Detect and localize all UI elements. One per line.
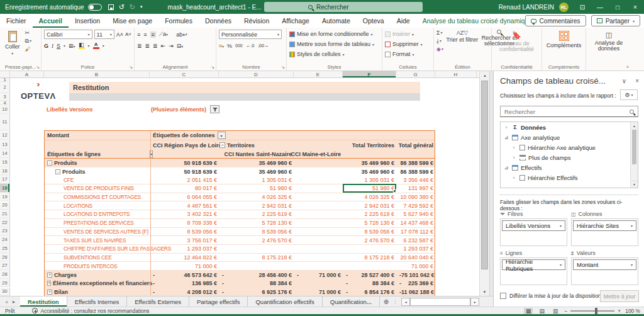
pivot-cell-c[interactable]: -46 573 642 € bbox=[150, 272, 219, 278]
expand-field-icon[interactable]: › bbox=[503, 125, 509, 130]
new-sheet-button[interactable]: ⊕ bbox=[380, 296, 392, 307]
pivot-cell-g[interactable]: 14 437 468 € bbox=[397, 220, 436, 226]
columns-zone[interactable]: Hiérarchie Sites▾ bbox=[571, 218, 638, 246]
row-header-23[interactable]: 23 bbox=[0, 227, 10, 236]
panel-close-icon[interactable]: × bbox=[635, 77, 639, 84]
pivot-cell-d[interactable]: -28 456 400 € bbox=[219, 272, 294, 278]
ribbon-tab-analyse-du-tableau-crois-dynamique[interactable]: Analyse du tableau croisé dynamique bbox=[416, 14, 539, 28]
pivot-cell-c[interactable]: 50 918 639 € bbox=[150, 160, 219, 166]
pivot-row[interactable]: -Produits50 918 639 €35 469 960 €35 469 … bbox=[45, 159, 435, 167]
ribbon-tab-accueil[interactable]: Accueil bbox=[33, 14, 69, 28]
update-button[interactable]: Mettre à jour bbox=[600, 290, 639, 302]
pivot-cell-e[interactable]: 71 000 € bbox=[294, 289, 343, 295]
sheet-tab-partage-effectifs[interactable]: Partage effectifs bbox=[189, 296, 248, 307]
clipboard-dialog-launcher-icon[interactable]: ↘ bbox=[36, 65, 40, 70]
pivot-cell-f[interactable]: 35 469 960 € bbox=[343, 169, 397, 175]
defer-layout-checkbox[interactable] bbox=[500, 293, 506, 299]
avatar[interactable]: RL bbox=[559, 3, 569, 12]
align-center-icon[interactable]: ≣ bbox=[145, 43, 150, 49]
pivot-cell-f[interactable]: -88 384 € bbox=[343, 280, 397, 286]
comments-button[interactable]: Commentaires bbox=[525, 15, 586, 26]
row-header-4[interactable]: 4 bbox=[0, 101, 10, 105]
pivot-cell-f[interactable]: 51 980 € bbox=[343, 185, 397, 191]
format-painter-icon[interactable]: 🖌 bbox=[25, 46, 31, 53]
clear-icon[interactable]: ◆▾ bbox=[436, 46, 443, 53]
field-list-scroll-thumb[interactable] bbox=[632, 130, 636, 164]
expand-icon[interactable]: + bbox=[47, 273, 52, 278]
row-header-25[interactable]: 25 bbox=[0, 244, 10, 253]
pivot-cell-c[interactable]: 1 293 037 € bbox=[150, 245, 219, 252]
ribbon-tab-donn-es[interactable]: Données bbox=[199, 14, 238, 28]
field-list-scroll-up-icon[interactable]: ▲ bbox=[631, 122, 638, 129]
ribbon-display-options-icon[interactable]: ⊡ bbox=[574, 0, 591, 14]
pivot-cell-d[interactable]: -6 925 176 € bbox=[219, 289, 294, 295]
collapse-territories-icon[interactable]: − bbox=[219, 142, 225, 148]
pivot-row[interactable]: +Éléments exceptionnels et financiers-13… bbox=[45, 279, 435, 288]
row-header-15[interactable]: 15 bbox=[0, 158, 10, 167]
row-header-21[interactable]: 21 bbox=[0, 210, 10, 218]
cut-icon[interactable]: ✂ bbox=[25, 30, 31, 37]
column-header-E[interactable]: E bbox=[294, 71, 343, 77]
grow-font-icon[interactable]: A˄ bbox=[116, 31, 123, 38]
font-size-combo[interactable]: 11▾ bbox=[94, 30, 114, 39]
row-header-28[interactable]: 28 bbox=[0, 270, 10, 279]
pivot-cell-c[interactable]: 3 756 017 € bbox=[150, 237, 219, 244]
column-header-D[interactable]: D bbox=[219, 71, 294, 77]
page-layout-view-icon[interactable]: ▤ bbox=[537, 308, 547, 314]
page-break-view-icon[interactable]: ▥ bbox=[551, 308, 560, 314]
pivot-cell-c[interactable]: -4 208 012 € bbox=[150, 289, 219, 295]
filters-zone[interactable]: Libellés Versions▾ bbox=[500, 218, 567, 246]
number-dialog-launcher-icon[interactable]: ↘ bbox=[281, 65, 285, 70]
pivot-cell-c[interactable]: 80 017 € bbox=[150, 185, 219, 191]
collapse-field-icon[interactable]: ⊿ bbox=[503, 135, 509, 140]
pivot-cell-f[interactable]: 1 305 031 € bbox=[343, 177, 397, 183]
pivot-row[interactable]: VENTES DE PRODUITS FINIS80 017 €51 980 €… bbox=[45, 184, 435, 193]
row-header-29[interactable]: 29 bbox=[0, 279, 10, 288]
autosave-toggle[interactable] bbox=[88, 4, 102, 11]
accounting-format-icon[interactable]: ¤▾ bbox=[219, 43, 224, 49]
shrink-font-icon[interactable]: A˅ bbox=[125, 31, 131, 37]
row-header-18[interactable]: 18 bbox=[0, 184, 10, 193]
pivot-cell-d[interactable]: 1 305 031 € bbox=[219, 177, 294, 183]
merge-center-icon[interactable]: ⊟▾ bbox=[177, 43, 184, 49]
addins-button[interactable]: Compléments bbox=[544, 30, 584, 63]
pivot-cell-f[interactable]: 35 469 960 € bbox=[343, 160, 397, 166]
underline-button[interactable]: S bbox=[57, 43, 60, 49]
sheet-tab-restitution[interactable]: Restitution bbox=[20, 296, 67, 307]
zoom-level[interactable]: 100 % bbox=[625, 308, 640, 314]
pivot-cell-d[interactable]: 51 980 € bbox=[219, 185, 294, 191]
pivot-row[interactable]: +Bilan-4 208 012 €-6 925 176 €71 000 €-6… bbox=[45, 288, 435, 296]
pivot-cell-g[interactable]: 10 090 380 € bbox=[397, 194, 436, 200]
number-format-combo[interactable]: Personnalisée▾ bbox=[219, 30, 282, 39]
conditional-formatting-button[interactable]: Mise en forme conditionnelle▾ bbox=[289, 30, 379, 38]
horizontal-scrollbar[interactable]: ◂ ▸ bbox=[401, 296, 479, 307]
panel-tools-button[interactable]: ⚙▾ bbox=[620, 89, 638, 100]
pivot-row[interactable]: LOCATIONS D ENTREPOTS3 402 321 €2 225 61… bbox=[45, 210, 435, 219]
pivot-cell-c[interactable]: 4 487 561 € bbox=[150, 203, 219, 209]
panel-collapse-icon[interactable]: ∨ bbox=[622, 77, 626, 84]
pivot-cell-g[interactable]: 86 388 599 € bbox=[397, 169, 436, 175]
row-header-13[interactable]: 13 bbox=[0, 140, 10, 149]
pivot-territories-header[interactable]: −Territoires bbox=[219, 142, 294, 149]
pivot-cell-d[interactable]: -88 384 € bbox=[219, 280, 294, 286]
comma-style-button[interactable]: 000 bbox=[235, 43, 243, 48]
pivot-filter-value[interactable]: (Plusieurs éléments) bbox=[151, 105, 206, 114]
pivot-row[interactable]: TAXES SUR LES NAVIRES3 756 017 €2 476 57… bbox=[45, 236, 435, 245]
pivot-row[interactable]: SUBVENTIONS CEE12 464 822 €8 175 218 €8 … bbox=[45, 254, 435, 262]
ribbon-tab-formules[interactable]: Formules bbox=[158, 14, 199, 28]
pivot-cell-d[interactable]: 5 728 130 € bbox=[219, 220, 294, 226]
zoom-slider[interactable]: − + bbox=[564, 308, 621, 314]
expand-icon[interactable]: + bbox=[47, 290, 52, 295]
hscroll-track[interactable] bbox=[410, 298, 470, 306]
column-header-G[interactable]: G bbox=[396, 71, 435, 77]
delete-cells-button[interactable]: Supprimer▾ bbox=[385, 40, 431, 48]
row-header-20[interactable]: 20 bbox=[0, 201, 10, 210]
column-header-A[interactable]: A bbox=[10, 71, 44, 77]
pivot-row[interactable]: -Produits50 918 639 €35 469 960 €35 469 … bbox=[45, 167, 435, 176]
pivot-cell-c[interactable]: 71 000 € bbox=[150, 263, 219, 269]
expand-icon[interactable]: + bbox=[47, 281, 51, 286]
pivot-cell-g[interactable]: 1 293 037 € bbox=[397, 245, 436, 252]
pivot-cell-d[interactable]: 8 539 056 € bbox=[219, 229, 294, 235]
normal-view-icon[interactable]: ▦ bbox=[524, 308, 533, 314]
vertical-scroll-thumb[interactable] bbox=[481, 81, 488, 269]
